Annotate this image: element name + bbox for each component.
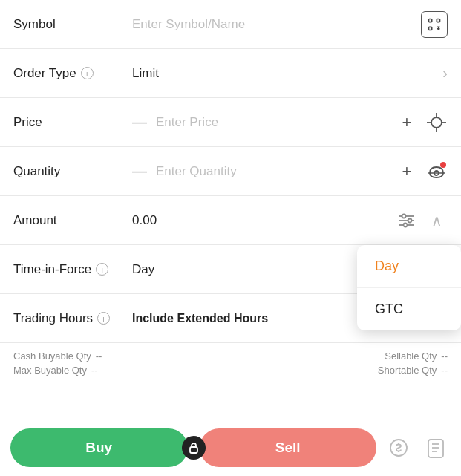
svg-point-17 — [408, 218, 412, 222]
bottom-bar: Buy Sell — [0, 420, 461, 476]
order-type-chevron-icon: › — [442, 65, 448, 82]
chevron-up-icon: ∧ — [431, 213, 442, 228]
svg-point-16 — [402, 214, 406, 218]
quantity-cap-button[interactable] — [425, 160, 448, 183]
dropdown-item-gtc[interactable]: GTC — [357, 288, 461, 330]
quantity-actions: + — [396, 160, 448, 183]
order-type-row: Order Type i Limit › — [0, 49, 461, 98]
symbol-label: Symbol — [13, 17, 132, 32]
time-in-force-label: Time-in-Force i — [13, 262, 132, 277]
amount-actions: ∧ — [396, 209, 448, 232]
info-pair-1: Cash Buyable Qty -- Sellable Qty -- — [13, 351, 448, 362]
price-value: — Enter Price — [132, 114, 396, 131]
svg-rect-21 — [428, 440, 443, 457]
order-type-value: Limit — [132, 66, 442, 81]
trading-hours-label: Trading Hours i — [13, 311, 132, 326]
cash-icon-button[interactable] — [384, 433, 413, 463]
svg-point-18 — [404, 223, 408, 226]
order-type-info-icon[interactable]: i — [81, 67, 94, 79]
max-buyable-qty-item: Max Buyable Qty -- — [13, 365, 98, 376]
qty-info-rows: Cash Buyable Qty -- Sellable Qty -- Max … — [0, 343, 461, 385]
price-crosshair-button[interactable] — [425, 111, 448, 134]
lock-icon — [182, 436, 206, 460]
symbol-input[interactable]: Enter Symbol/Name — [132, 17, 421, 32]
plus-icon-qty: + — [402, 163, 412, 180]
info-pair-2: Max Buyable Qty -- Shortable Qty -- — [13, 365, 448, 376]
shortable-qty-item: Shortable Qty -- — [378, 365, 448, 376]
price-dash: — — [132, 114, 147, 131]
symbol-scan-icon[interactable] — [421, 11, 448, 38]
symbol-row: Symbol Enter Symbol/Name — [0, 0, 461, 49]
trading-hours-info-icon[interactable]: i — [97, 312, 110, 325]
quantity-plus-button[interactable]: + — [396, 160, 418, 183]
dropdown-item-day[interactable]: Day — [357, 245, 461, 288]
price-label: Price — [13, 115, 132, 130]
svg-rect-19 — [190, 447, 197, 453]
orders-icon-button[interactable] — [421, 433, 451, 463]
red-dot-indicator — [440, 162, 446, 168]
sellable-qty-item: Sellable Qty -- — [385, 351, 448, 362]
amount-row: Amount 0.00 ∧ — [0, 196, 461, 245]
quantity-label: Quantity — [13, 164, 132, 179]
quantity-row: Quantity — Enter Quantity + — [0, 147, 461, 196]
svg-rect-2 — [429, 27, 432, 30]
plus-icon: + — [402, 114, 412, 131]
price-plus-button[interactable]: + — [396, 111, 418, 134]
time-in-force-dropdown: Day GTC — [357, 245, 461, 330]
tif-info-icon[interactable]: i — [96, 263, 108, 276]
price-row: Price — Enter Price + — [0, 98, 461, 147]
order-type-label: Order Type i — [13, 66, 132, 81]
quantity-dash: — — [132, 163, 147, 180]
sell-button[interactable]: Sell — [200, 428, 377, 467]
cash-buyable-qty-item: Cash Buyable Qty -- — [13, 351, 102, 362]
order-type-actions: › — [442, 65, 448, 82]
amount-label: Amount — [13, 213, 132, 228]
svg-rect-1 — [437, 19, 439, 22]
quantity-value: — Enter Quantity — [132, 163, 396, 180]
amount-value: 0.00 — [132, 213, 396, 228]
price-actions: + — [396, 111, 448, 134]
amount-collapse-button[interactable]: ∧ — [425, 209, 448, 232]
svg-rect-0 — [429, 19, 432, 22]
svg-point-6 — [431, 117, 442, 128]
buy-button[interactable]: Buy — [10, 428, 188, 467]
amount-sliders-button[interactable] — [396, 209, 418, 232]
